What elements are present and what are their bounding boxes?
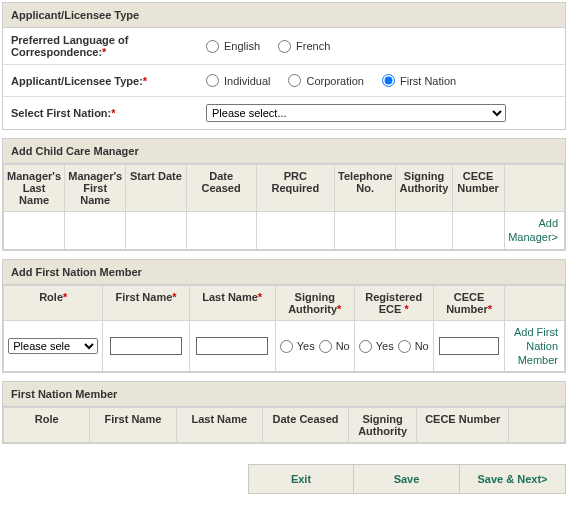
first-nation-select[interactable]: Please select... [206, 104, 506, 122]
fn-member-section: First Nation Member Role First Name Last… [2, 381, 566, 444]
col-last-name: Last Name [176, 408, 262, 443]
radio-english[interactable]: English [206, 40, 260, 53]
role-select[interactable]: Please sele [8, 338, 98, 354]
select-first-nation-row: Select First Nation:* Please select... [3, 97, 565, 129]
applicant-type-row: Applicant/Licensee Type:* Individual Cor… [3, 65, 565, 97]
language-label: Preferred Language of Correspondence:* [3, 28, 198, 64]
last-name-input[interactable] [196, 337, 268, 355]
col-telephone: Telephone No. [334, 165, 395, 212]
col-signing: Signing Authority [349, 408, 417, 443]
cece-input[interactable] [439, 337, 499, 355]
manager-table: Manager's Last Name Manager's First Name… [3, 164, 565, 250]
radio-french[interactable]: French [278, 40, 330, 53]
first-name-input[interactable] [110, 337, 182, 355]
col-date-ceased: Date Ceased [186, 165, 256, 212]
table-row: Add Manager> [4, 212, 565, 250]
col-last-name: Manager's Last Name [4, 165, 65, 212]
save-next-button[interactable]: Save & Next> [460, 464, 566, 494]
col-reg-ece: Registered ECE * [354, 285, 433, 320]
col-role: Role* [4, 285, 103, 320]
regece-yes-radio[interactable] [359, 340, 372, 353]
fn-member-add-table: Role* First Name* Last Name* Signing Aut… [3, 285, 565, 373]
add-fn-member-section: Add First Nation Member Role* First Name… [2, 259, 566, 374]
applicant-type-section: Applicant/Licensee Type Preferred Langua… [2, 2, 566, 130]
radio-first-nation[interactable]: First Nation [382, 74, 456, 87]
col-cece: CECE Number [417, 408, 509, 443]
add-manager-section: Add Child Care Manager Manager's Last Na… [2, 138, 566, 251]
add-manager-link[interactable]: Add Manager> [508, 217, 558, 243]
select-first-nation-label: Select First Nation:* [3, 101, 198, 125]
table-row: Please sele Yes No Yes No [4, 320, 565, 372]
exit-button[interactable]: Exit [248, 464, 354, 494]
col-cece: CECE Number [452, 165, 504, 212]
section-header: Add Child Care Manager [3, 139, 565, 164]
section-header: First Nation Member [3, 382, 565, 407]
col-first-name: First Name [90, 408, 176, 443]
regece-no-radio[interactable] [398, 340, 411, 353]
radio-french-input[interactable] [278, 40, 291, 53]
col-actions [504, 165, 564, 212]
col-date-ceased: Date Ceased [262, 408, 348, 443]
col-cece: CECE Number* [433, 285, 505, 320]
radio-individual-input[interactable] [206, 74, 219, 87]
language-row: Preferred Language of Correspondence:* E… [3, 28, 565, 65]
section-header: Applicant/Licensee Type [3, 3, 565, 28]
fn-member-table: Role First Name Last Name Date Ceased Si… [3, 407, 565, 443]
col-prc: PRC Required [256, 165, 334, 212]
col-start-date: Start Date [126, 165, 186, 212]
col-actions [505, 285, 565, 320]
col-actions [509, 408, 565, 443]
button-bar: Exit Save Save & Next> [2, 464, 566, 494]
radio-english-input[interactable] [206, 40, 219, 53]
save-button[interactable]: Save [354, 464, 460, 494]
radio-corporation[interactable]: Corporation [288, 74, 363, 87]
col-first-name: Manager's First Name [65, 165, 126, 212]
col-role: Role [4, 408, 90, 443]
section-header: Add First Nation Member [3, 260, 565, 285]
radio-corporation-input[interactable] [288, 74, 301, 87]
col-last-name: Last Name* [189, 285, 275, 320]
radio-individual[interactable]: Individual [206, 74, 270, 87]
radio-first-nation-input[interactable] [382, 74, 395, 87]
add-fn-member-link[interactable]: Add First Nation Member [514, 326, 558, 367]
applicant-type-label: Applicant/Licensee Type:* [3, 69, 198, 93]
col-signing: Signing Authority* [275, 285, 354, 320]
signing-no-radio[interactable] [319, 340, 332, 353]
col-signing: Signing Authority [396, 165, 452, 212]
col-first-name: First Name* [103, 285, 189, 320]
signing-yes-radio[interactable] [280, 340, 293, 353]
